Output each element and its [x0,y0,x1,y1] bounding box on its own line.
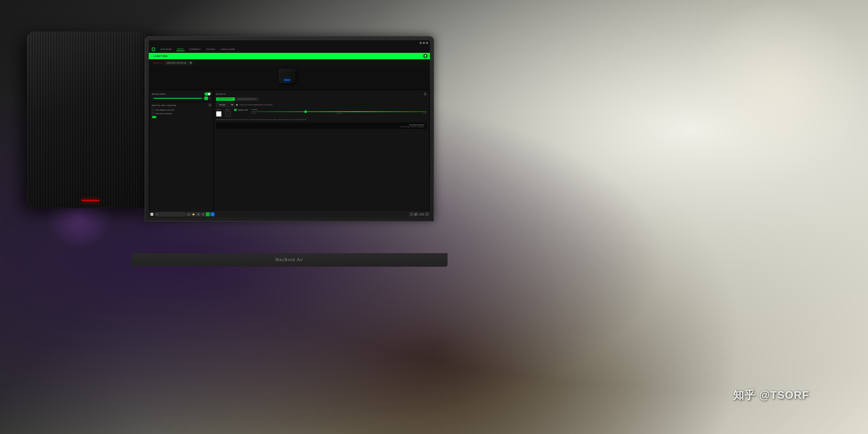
profile-label: PROFILE [153,62,162,64]
search-icon [156,213,158,215]
laptop-screen: SYNAPSE eGPU CONNECT STUDIO VISUALIZER ‹… [149,40,430,217]
menu-egpu[interactable]: eGPU [176,48,185,51]
switch-off-panel: i SWITCH OFF LIGHTING When display is tu… [150,102,213,213]
menu-connect[interactable]: CONNECT [188,48,202,51]
activate-windows-title: Activate Windows [218,124,425,126]
color1-label: Color 1 [216,109,221,110]
effects-tabs: QUICK EFFECTS ADVANCED EFFECTS [216,97,427,101]
taskbar-mail-icon[interactable]: ✉ [201,212,205,216]
taskbar-system-tray: ↑ 🔊 [409,212,418,216]
profile-select[interactable]: DESKTOP-IT0VT9F-De... [164,61,193,65]
option2-label: When idle for (minutes) [156,113,172,114]
switch-off-option1-row: When display is turned Off [152,109,211,111]
taskbar-settings-icon[interactable]: ⚙ [211,212,215,216]
taskbar-browser-icon[interactable]: e [187,212,191,216]
duration-short: SHORT [252,113,256,114]
duration-thumb[interactable] [304,110,307,113]
status-indicator [236,104,238,106]
taskbar-search-bar[interactable] [155,212,186,216]
brightness-slider-fill [154,98,202,99]
profile-row: PROFILE DESKTOP-IT0VT9F-De... ... [149,59,430,67]
left-panel: i BRIGHTNESS 0 [150,90,213,213]
slider-min: 0 [152,97,153,99]
color2-group: Color 2 [225,109,230,117]
tray-network-icon[interactable]: ↑ [409,212,413,216]
effect-dropdown[interactable]: Starlight Static Breathing Wave [216,103,234,107]
taskbar-store-icon[interactable]: 🛍 [196,212,200,216]
maximize-button[interactable] [423,42,425,44]
header-bar: ‹ LIGHTING [149,53,430,59]
effects-panel: EFFECTS i QUICK EFFECTS ADVANCED EFFECTS [214,90,429,213]
laptop-model-label: MacBook Air [275,257,303,262]
taskbar-notification-icon[interactable]: □ [425,212,429,216]
title-bar [149,40,430,46]
profile-more-button[interactable]: ... [195,62,196,64]
status-message: Only one Chroma-enabled device is connec… [240,104,273,105]
checkmark-icon: ✓ [235,109,236,111]
taskbar-folder-icon[interactable]: 📁 [191,212,195,216]
brightness-slider-track[interactable] [154,98,207,99]
taskbar-razer-icon[interactable]: R [206,212,210,216]
duration-group: Duration SHORT MEDIUM LONG [252,109,427,114]
svg-point-2 [425,55,426,56]
color1-swatch[interactable] [216,111,221,117]
brightness-slider-thumb[interactable] [204,96,208,100]
option1-checkbox[interactable] [152,109,154,111]
main-content: PROFILE DESKTOP-IT0VT9F-De... ... [149,59,430,217]
effects-description: Quick effects are presets that can be sa… [216,119,427,121]
tray-volume-icon[interactable]: 🔊 [414,212,418,216]
laptop: SYNAPSE eGPU CONNECT STUDIO VISUALIZER ‹… [131,36,447,285]
menu-synapse[interactable]: SYNAPSE [160,48,173,51]
device-3d-model [279,69,300,87]
duration-labels: SHORT MEDIUM LONG [252,113,427,114]
start-button[interactable] [150,212,154,217]
random-color-row: ✓ Random Color [234,109,248,111]
random-color-checkbox[interactable]: ✓ [234,109,237,111]
menu-visualizer[interactable]: VISUALIZER [220,48,236,51]
switch-off-info-button[interactable]: i [209,103,212,107]
minimize-button[interactable] [420,42,422,44]
duration-label: Duration [252,109,427,110]
effects-header: EFFECTS i [216,92,427,96]
watermark: 知乎 @TSORF [733,388,809,402]
taskbar-right: ↑ 🔊 7:43 AM 6/2/2019 □ [409,212,429,216]
switch-off-option2-row: When idle for (minutes) [152,112,211,115]
effects-title: EFFECTS [216,93,226,95]
close-button[interactable] [426,42,428,44]
windows-taskbar: e 📁 🛍 ✉ R ⚙ ↑ 🔊 [149,211,430,217]
egpu-indicator-light [81,200,99,201]
toggle-knob [208,93,210,95]
color2-label: Color 2 [225,109,230,110]
color-duration-row: Color 1 Color 2 ✓ [216,109,427,117]
effect-select-row: Starlight Static Breathing Wave Only one… [216,103,427,107]
activate-windows-notice: Activate Windows Go to Settings to activ… [216,123,427,129]
slider-max: 100 [208,97,211,99]
menu-studio[interactable]: STUDIO [206,48,216,51]
header-title: LIGHTING [153,55,423,57]
option1-label: When display is turned Off [156,109,174,111]
switch-off-title: SWITCH OFF LIGHTING [152,104,211,106]
duration-slider[interactable] [252,111,427,112]
duration-long: LONG [423,113,427,114]
taskbar-clock: 7:43 AM 6/2/2019 [419,213,424,216]
menu-bar: SYNAPSE eGPU CONNECT STUDIO VISUALIZER [149,46,430,53]
tab-advanced-effects[interactable]: ADVANCED EFFECTS [235,97,258,101]
user-icon[interactable] [423,54,428,58]
laptop-lid: SYNAPSE eGPU CONNECT STUDIO VISUALIZER ‹… [145,36,434,221]
color1-group: Color 1 [216,109,221,117]
panels-row: i BRIGHTNESS 0 [149,89,430,213]
razer-synapse-app: SYNAPSE eGPU CONNECT STUDIO VISUALIZER ‹… [149,40,430,217]
color2-swatch[interactable] [225,111,230,117]
back-button[interactable]: ‹ [151,55,152,57]
windows-logo-icon [151,213,153,216]
tab-quick-effects[interactable]: QUICK EFFECTS [216,97,235,101]
taskbar-app-icons: e 📁 🛍 ✉ R ⚙ [187,212,215,216]
brightness-panel: i BRIGHTNESS 0 [150,90,213,101]
brightness-label: BRIGHTNESS [152,93,203,95]
device-preview [149,67,430,89]
option2-checkbox[interactable] [152,112,154,115]
activate-windows-subtitle: Go to Settings to activate Windows. [218,126,425,127]
idle-minutes-toggle[interactable] [152,116,156,118]
effects-info-button[interactable]: i [424,92,427,96]
brightness-toggle[interactable] [204,92,211,96]
